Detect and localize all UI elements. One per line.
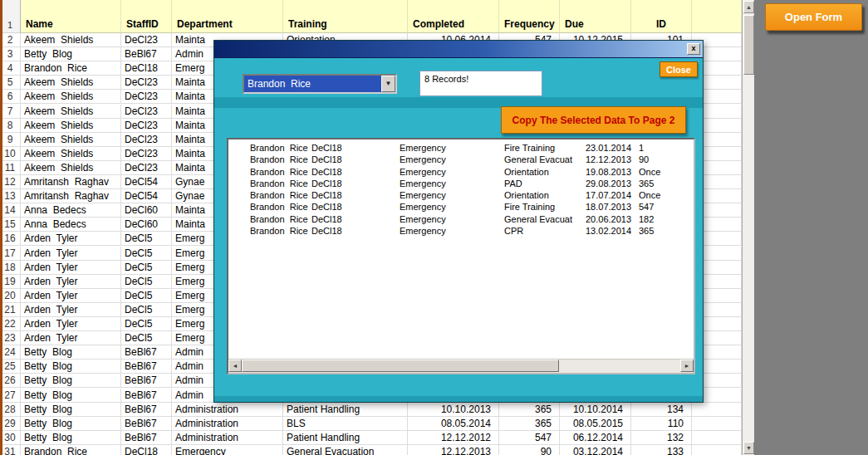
scroll-down-icon[interactable]: ▼ — [743, 442, 754, 454]
cell-completed[interactable]: 10.10.2013 — [408, 403, 499, 417]
cell-name[interactable]: Betty Blog — [21, 345, 121, 360]
cell-name[interactable]: Amritansh Raghav — [21, 175, 121, 189]
row-number[interactable]: 31 — [0, 445, 21, 455]
records-listbox[interactable]: Brandon RiceDeCl18EmergencyFire Training… — [227, 138, 695, 374]
list-item[interactable]: Brandon RiceDeCl18EmergencyFire Training… — [228, 142, 694, 154]
cell-name[interactable]: Anna Bedecs — [21, 218, 121, 232]
row-number[interactable]: 19 — [0, 275, 21, 289]
cell-name[interactable]: Amritansh Raghav — [21, 189, 121, 203]
cell-staff[interactable]: DeCl5 — [121, 303, 172, 317]
cell-name[interactable]: Betty Blog — [21, 431, 121, 445]
cell-staff[interactable]: DeCl18 — [121, 445, 172, 455]
row-number[interactable]: 17 — [0, 247, 21, 261]
copy-data-button[interactable]: Copy The Selected Data To Page 2 — [501, 106, 686, 134]
cell-dept[interactable]: Administration — [172, 431, 283, 445]
cell-name[interactable]: Arden Tyler — [21, 331, 121, 345]
cell-due[interactable]: 03.12.2014 — [560, 445, 631, 455]
row-number[interactable]: 8 — [0, 119, 21, 133]
cell-frequency[interactable]: 365 — [499, 417, 560, 431]
vertical-scrollbar[interactable]: ▲ ▼ — [742, 0, 754, 455]
cell-name[interactable]: Brandon Rice — [21, 61, 121, 76]
row-number[interactable]: 27 — [0, 389, 21, 403]
column-header-name[interactable]: Name — [21, 0, 121, 33]
cell-staff[interactable]: BeBl67 — [121, 345, 172, 360]
cell-staff[interactable]: DeCl5 — [121, 232, 172, 246]
dialog-close-button[interactable]: Close — [660, 61, 698, 77]
cell-id[interactable]: 133 — [631, 445, 692, 455]
column-header-training[interactable]: Training — [283, 0, 408, 33]
row-number[interactable]: 18 — [0, 261, 21, 275]
cell-name[interactable]: Akeem Shields — [21, 105, 121, 119]
row-number[interactable]: 22 — [0, 317, 21, 331]
chevron-down-icon[interactable]: ▼ — [381, 76, 395, 92]
row-number[interactable]: 25 — [0, 360, 21, 374]
row-number[interactable]: 28 — [0, 403, 21, 417]
cell-name[interactable]: Akeem Shields — [21, 119, 121, 133]
cell-name[interactable]: Akeem Shields — [21, 76, 121, 90]
column-header-id[interactable]: ID — [631, 0, 692, 33]
cell-_x[interactable] — [692, 403, 742, 417]
cell-name[interactable]: Akeem Shields — [21, 147, 121, 161]
row-number[interactable]: 5 — [0, 76, 21, 90]
cell-staff[interactable]: DeCl54 — [121, 175, 172, 189]
list-item[interactable]: Brandon RiceDeCl18EmergencyFire Training… — [228, 201, 694, 213]
cell-name[interactable]: Betty Blog — [21, 403, 121, 417]
list-item[interactable]: Brandon RiceDeCl18EmergencyPAD29.08.2013… — [228, 178, 694, 189]
cell-name[interactable]: Akeem Shields — [21, 161, 121, 175]
cell-name[interactable]: Brandon Rice — [21, 445, 121, 455]
cell-name[interactable]: Akeem Shields — [21, 133, 121, 147]
row-number[interactable]: 1 — [0, 0, 21, 33]
cell-name[interactable]: Akeem Shields — [21, 90, 121, 104]
cell-frequency[interactable]: 365 — [499, 403, 560, 417]
row-number[interactable]: 12 — [0, 175, 21, 189]
horizontal-scrollbar[interactable]: ◄ ► — [228, 359, 694, 373]
cell-staff[interactable]: DeCl5 — [121, 261, 172, 275]
cell-staff[interactable]: DeCl5 — [121, 317, 172, 331]
cell-staff[interactable]: BeBl67 — [121, 431, 172, 445]
cell-staff[interactable]: DeCl18 — [121, 61, 172, 76]
row-number[interactable]: 30 — [0, 431, 21, 445]
column-header-_x[interactable] — [692, 0, 742, 33]
cell-staff[interactable]: DeCl23 — [121, 133, 172, 147]
cell-_x[interactable] — [692, 445, 742, 455]
cell-name[interactable]: Betty Blog — [21, 389, 121, 403]
cell-id[interactable]: 110 — [631, 417, 692, 431]
list-item[interactable]: Brandon RiceDeCl18EmergencyCPR13.02.2014… — [228, 225, 694, 237]
row-number[interactable]: 11 — [0, 161, 21, 175]
cell-name[interactable]: Betty Blog — [21, 47, 121, 61]
row-number[interactable]: 2 — [0, 33, 21, 47]
cell-name[interactable]: Betty Blog — [21, 417, 121, 431]
row-number[interactable]: 24 — [0, 345, 21, 360]
cell-name[interactable]: Akeem Shields — [21, 33, 121, 47]
cell-name[interactable]: Arden Tyler — [21, 303, 121, 317]
cell-name[interactable]: Anna Bedecs — [21, 203, 121, 218]
row-number[interactable]: 4 — [0, 61, 21, 76]
cell-dept[interactable]: Administration — [172, 417, 283, 431]
cell-training[interactable]: Patient Handling — [283, 431, 408, 445]
cell-staff[interactable]: DeCl23 — [121, 147, 172, 161]
cell-frequency[interactable]: 90 — [499, 445, 560, 455]
cell-name[interactable]: Betty Blog — [21, 374, 121, 388]
row-number[interactable]: 10 — [0, 147, 21, 161]
cell-name[interactable]: Arden Tyler — [21, 275, 121, 289]
row-number[interactable]: 9 — [0, 133, 21, 147]
cell-name[interactable]: Arden Tyler — [21, 289, 121, 303]
scroll-up-icon[interactable]: ▲ — [743, 1, 754, 13]
open-form-button[interactable]: Open Form — [765, 3, 862, 31]
cell-staff[interactable]: DeCl5 — [121, 275, 172, 289]
row-number[interactable]: 16 — [0, 232, 21, 246]
cell-staff[interactable]: DeCl23 — [121, 105, 172, 119]
column-header-completed[interactable]: Completed — [408, 0, 499, 33]
cell-staff[interactable]: BeBl67 — [121, 417, 172, 431]
cell-_x[interactable] — [692, 431, 742, 445]
cell-staff[interactable]: BeBl67 — [121, 360, 172, 374]
column-header-staff[interactable]: StaffID — [121, 0, 172, 33]
cell-completed[interactable]: 12.12.2012 — [408, 431, 499, 445]
row-number[interactable]: 6 — [0, 90, 21, 104]
cell-dept[interactable]: Administration — [172, 403, 283, 417]
cell-completed[interactable]: 08.05.2014 — [408, 417, 499, 431]
column-header-dept[interactable]: Department — [172, 0, 283, 33]
cell-staff[interactable]: DeCl60 — [121, 203, 172, 218]
cell-staff[interactable]: BeBl67 — [121, 389, 172, 403]
vertical-scrollbar-thumb[interactable] — [743, 15, 754, 75]
